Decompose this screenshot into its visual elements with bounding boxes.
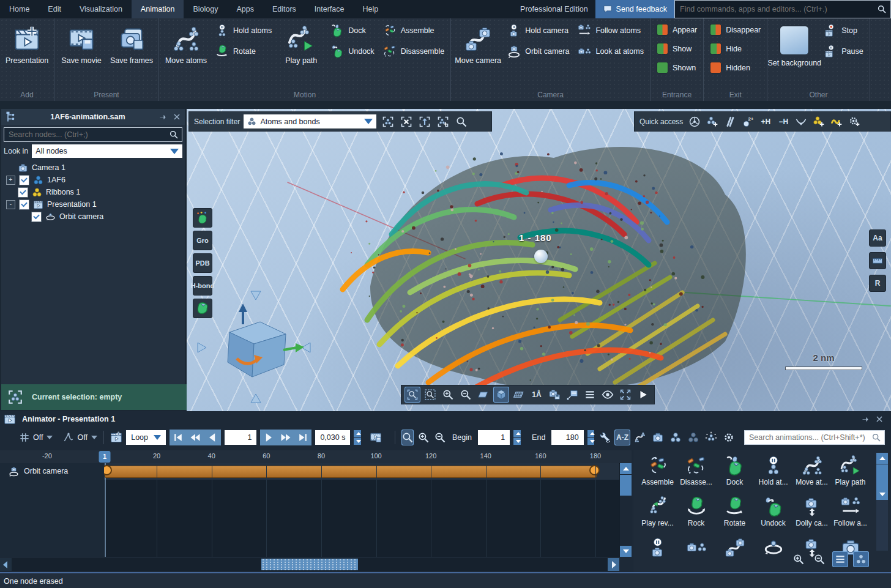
go-to-start-button[interactable]: [170, 430, 187, 445]
viewport-3d[interactable]: Selection filter Atoms and bonds Quick a…: [187, 109, 891, 411]
node-search-input[interactable]: [7, 130, 169, 140]
close-icon[interactable]: [173, 113, 181, 121]
begin-spinner[interactable]: [513, 430, 521, 445]
scroll-up-button[interactable]: [620, 463, 632, 474]
interpolation-control[interactable]: Off: [62, 431, 97, 444]
tree-item-1af6[interactable]: +1AF6: [1, 174, 185, 186]
scrollbar-thumb[interactable]: [261, 559, 358, 570]
filter-atoms-button[interactable]: [668, 430, 684, 445]
menu-tab-help[interactable]: Help: [353, 0, 387, 18]
rotate-button[interactable]: Rotate: [214, 43, 273, 60]
track-vertical-scrollbar[interactable]: [620, 463, 632, 557]
scrollbar-thumb[interactable]: [876, 464, 888, 489]
scroll-left-button[interactable]: [0, 558, 12, 571]
visibility-checkbox[interactable]: [18, 187, 28, 198]
animation-search-input[interactable]: [748, 433, 871, 442]
scroll-up-button[interactable]: [876, 453, 888, 464]
preset-dock[interactable]: Dock: [715, 453, 754, 494]
scale-1angstrom-button[interactable]: 1Å: [529, 387, 545, 403]
save-movie-button[interactable]: Save movie: [59, 22, 103, 65]
sort-alphabetical-button[interactable]: A-Z: [614, 430, 630, 445]
zoom-to-selection-button[interactable]: [453, 114, 469, 130]
look-in-dropdown[interactable]: All nodes: [32, 144, 182, 158]
move-camera-button[interactable]: Move camera: [456, 22, 500, 65]
gromacs-tool-button[interactable]: Gro: [193, 231, 212, 250]
scroll-right-button[interactable]: [608, 558, 619, 571]
visibility-checkbox[interactable]: [31, 212, 42, 222]
remove-hydrogens-button[interactable]: −H: [775, 114, 791, 130]
next-keyframe-button[interactable]: [277, 430, 294, 445]
play-path-button[interactable]: Play path: [279, 22, 323, 65]
extend-selection-button[interactable]: [435, 114, 451, 130]
pin-icon[interactable]: [158, 113, 168, 122]
coarse-grain-button[interactable]: [193, 299, 212, 318]
select-parent-button[interactable]: [417, 114, 433, 130]
toggle-labels-button[interactable]: Aa: [869, 229, 886, 247]
measure-tool-button[interactable]: [869, 252, 886, 269]
grid-plane-button[interactable]: [511, 387, 527, 403]
tree-item-orbit-camera[interactable]: Orbit camera: [1, 210, 185, 223]
filter-groups-button[interactable]: [685, 430, 701, 445]
clear-selection-button[interactable]: [398, 114, 414, 130]
timeline-zoom-in-button[interactable]: [417, 430, 430, 445]
animator-settings-button[interactable]: [598, 430, 611, 445]
scroll-down-button[interactable]: [876, 489, 888, 500]
end-frame-field[interactable]: 180: [551, 430, 583, 445]
preset-play-path[interactable]: Play path: [831, 453, 870, 494]
next-frame-button[interactable]: [260, 430, 277, 445]
presets-zoom-in-button[interactable]: [791, 551, 807, 567]
preset-hold-at[interactable]: Hold at...: [754, 453, 792, 494]
visibility-checkbox[interactable]: [19, 199, 29, 210]
preset-undock[interactable]: Undock: [754, 494, 792, 535]
stop-button[interactable]: Stop: [822, 22, 864, 39]
filter-highlight-button[interactable]: [703, 430, 719, 445]
orbit-camera-button[interactable]: Orbit camera: [506, 43, 570, 60]
dock-button[interactable]: Dock: [329, 22, 375, 39]
preset-hold-camera[interactable]: [638, 535, 677, 576]
wrap-molecule-button[interactable]: [193, 208, 212, 228]
add-chain-button[interactable]: [829, 114, 844, 130]
reset-orientation-button[interactable]: R: [869, 275, 886, 292]
command-search[interactable]: [674, 0, 891, 18]
preset-rotate[interactable]: Rotate: [715, 494, 754, 535]
preset-camera-path[interactable]: [715, 535, 754, 576]
end-spinner[interactable]: [587, 430, 595, 445]
menu-tab-editors[interactable]: Editors: [263, 0, 305, 18]
previous-frame-button[interactable]: [204, 430, 221, 445]
zoom-region-button[interactable]: [404, 387, 420, 403]
tree-item-presentation-1[interactable]: -Presentation 1: [1, 198, 185, 210]
pdb-download-button[interactable]: PDB: [193, 253, 212, 273]
preset-look-at-atoms[interactable]: [677, 535, 715, 576]
pause-button[interactable]: Pause: [822, 43, 864, 60]
interval-spinner[interactable]: [354, 430, 361, 445]
grid-snap-control[interactable]: Off: [18, 431, 53, 444]
preset-follow-a[interactable]: Follow a...: [831, 494, 870, 535]
collapse-toggle[interactable]: -: [6, 200, 15, 209]
menu-tab-visualization[interactable]: Visualization: [70, 0, 132, 18]
appear-button[interactable]: Appear: [655, 22, 698, 37]
menu-tab-apps[interactable]: Apps: [227, 0, 263, 18]
filter-camera-button[interactable]: [650, 430, 666, 445]
set-charge-button[interactable]: [740, 114, 756, 130]
shown-button[interactable]: Shown: [655, 60, 698, 75]
timeline-zoom-fit-button[interactable]: [401, 430, 414, 445]
set-background-button[interactable]: Set background: [772, 22, 816, 67]
add-bonds-button[interactable]: [722, 114, 738, 130]
current-frame-marker[interactable]: 1: [99, 451, 111, 463]
zoom-in-button[interactable]: [440, 387, 456, 403]
hide-button[interactable]: Hide: [709, 41, 762, 56]
zoom-out-button[interactable]: [458, 387, 474, 403]
hidden-button[interactable]: Hidden: [709, 60, 762, 75]
save-frames-button[interactable]: Save frames: [110, 22, 154, 65]
timeline-zoom-out-button[interactable]: [434, 430, 447, 445]
add-group-button[interactable]: [811, 114, 827, 130]
presets-list-view-button[interactable]: [832, 551, 848, 567]
save-snapshot-button[interactable]: [546, 387, 562, 403]
node-search[interactable]: [4, 127, 182, 142]
fullscreen-button[interactable]: [617, 387, 633, 403]
scrollbar-thumb[interactable]: [620, 475, 632, 496]
scroll-down-button[interactable]: [620, 546, 632, 557]
add-atoms-button[interactable]: [704, 114, 720, 130]
tree-item-camera-1[interactable]: Camera 1: [1, 162, 185, 174]
preset-dolly-ca[interactable]: Dolly ca...: [792, 494, 831, 535]
